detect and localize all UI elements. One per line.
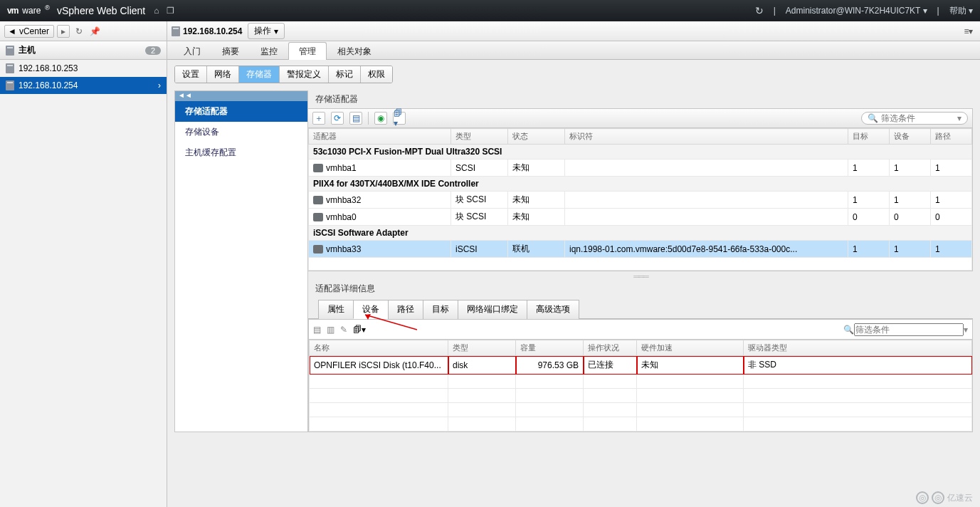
empty-row <box>310 417 972 432</box>
hosts-section-header[interactable]: 主机 2 <box>0 41 167 60</box>
object-bar: 192.168.10.254 操作 ▾ ≡▾ <box>167 21 980 41</box>
details-tab-网络端口绑定[interactable]: 网络端口绑定 <box>458 300 527 319</box>
adapter-icon <box>313 245 323 254</box>
details-tab-路径[interactable]: 路径 <box>388 300 423 319</box>
actions-menu[interactable]: 操作 ▾ <box>248 23 285 39</box>
forward-button[interactable]: ▸ <box>57 25 70 38</box>
copy-icon[interactable]: 🗐▾ <box>353 325 366 335</box>
windows-icon[interactable]: ❐ <box>167 6 174 16</box>
splitter[interactable] <box>308 271 973 278</box>
details-title: 适配器详细信息 <box>308 278 973 299</box>
devices-toolbar: ▤ ▥ ✎ 🗐▾ 🔍▾ <box>308 319 973 339</box>
column-header[interactable]: 类型 <box>448 340 516 356</box>
tab-相关对象[interactable]: 相关对象 <box>327 42 382 60</box>
tab-摘要[interactable]: 摘要 <box>211 42 250 60</box>
pin-icon[interactable]: 📌 <box>88 26 101 37</box>
detach-icon[interactable]: ▥ <box>327 325 334 335</box>
column-header[interactable]: 路径 <box>931 129 972 145</box>
back-button[interactable]: ◄ vCenter <box>4 25 54 38</box>
breadcrumb-bar: ◄ vCenter ▸ ↻ 📌 <box>0 21 167 41</box>
empty-row <box>310 389 972 403</box>
subtab-权限[interactable]: 权限 <box>361 66 392 83</box>
leftnav-item[interactable]: 存储适配器 <box>175 101 307 122</box>
adapter-icon <box>313 213 323 221</box>
host-icon <box>6 80 14 90</box>
rescan-all-icon[interactable]: ◉ <box>374 112 387 125</box>
filter-input[interactable] <box>854 323 964 336</box>
main-pane: 192.168.10.254 操作 ▾ ≡▾ 入门摘要监控管理相关对象 设置网络… <box>167 21 980 507</box>
sub-tabs: 设置网络存储器警报定义标记权限 <box>174 66 393 83</box>
column-header[interactable]: 容量 <box>516 340 584 356</box>
filter-box[interactable]: 🔍▾ <box>861 112 968 125</box>
column-header[interactable]: 操作状况 <box>584 340 637 356</box>
details-tab-目标[interactable]: 目标 <box>423 300 458 319</box>
sidebar-host-item[interactable]: 192.168.10.254› <box>0 77 167 94</box>
adapter-row[interactable]: vmhba0块 SCSI未知000 <box>309 209 972 226</box>
subtab-网络[interactable]: 网络 <box>207 66 239 83</box>
copy-icon[interactable]: 🗐▾ <box>393 112 406 125</box>
empty-row <box>310 375 972 389</box>
details-tab-属性[interactable]: 属性 <box>318 300 354 319</box>
column-header[interactable]: 类型 <box>451 129 508 145</box>
leftnav-item[interactable]: 存储设备 <box>175 122 307 142</box>
brand-logo: vmware® vSphere Web Client <box>7 5 145 16</box>
tab-管理[interactable]: 管理 <box>288 42 327 60</box>
section-title: 存储适配器 <box>308 90 973 108</box>
rename-icon[interactable]: ✎ <box>340 325 347 335</box>
column-header[interactable]: 状态 <box>508 129 565 145</box>
details-tab-设备[interactable]: 设备 <box>353 300 389 319</box>
user-menu[interactable]: Administrator@WIN-7K2H4UIC7KT ▾ <box>786 6 927 16</box>
column-header[interactable]: 目标 <box>848 129 890 145</box>
subtab-警报定义[interactable]: 警报定义 <box>280 66 329 83</box>
filter-input[interactable] <box>881 113 954 123</box>
subtab-标记[interactable]: 标记 <box>329 66 361 83</box>
adapter-group: iSCSI Software Adapter <box>309 226 972 241</box>
empty-row <box>310 403 972 417</box>
column-header[interactable]: 设备 <box>890 129 931 145</box>
tab-入门[interactable]: 入门 <box>173 42 211 60</box>
adapter-row[interactable]: vmhba33iSCSI联机iqn.1998-01.com.vmware:5d0… <box>309 241 972 258</box>
home-icon[interactable]: ⌂ <box>154 6 159 16</box>
top-bar: vmware® vSphere Web Client ⌂ ❐ ↻ | Admin… <box>0 0 980 21</box>
devices-grid[interactable]: 名称类型容量操作状况硬件加速驱动器类型 OPNFILER iSCSI Disk … <box>308 339 973 432</box>
history-icon[interactable]: ↻ <box>73 26 85 37</box>
subtab-存储器[interactable]: 存储器 <box>239 66 280 83</box>
chevron-right-icon: › <box>158 80 161 90</box>
column-header[interactable]: 驱动器类型 <box>744 340 972 356</box>
attach-icon[interactable]: ▤ <box>313 325 321 335</box>
panel-menu-icon[interactable]: ≡▾ <box>961 26 976 36</box>
adapter-row[interactable]: vmhba32块 SCSI未知111 <box>309 192 972 209</box>
subtab-设置[interactable]: 设置 <box>175 66 207 83</box>
host-icon <box>172 26 180 36</box>
navigator-sidebar: ◄ vCenter ▸ ↻ 📌 主机 2 192.168.10.253192.1… <box>0 21 167 507</box>
leftnav-item[interactable]: 主机缓存配置 <box>175 142 307 163</box>
rescan-icon[interactable]: ▤ <box>349 112 362 125</box>
sidebar-host-item[interactable]: 192.168.10.253 <box>0 60 167 77</box>
host-count-badge: 2 <box>145 46 161 55</box>
watermark: ◎◎亿速云 <box>916 491 973 504</box>
refresh-icon[interactable]: ↻ <box>755 5 764 16</box>
details-tab-高级选项[interactable]: 高级选项 <box>527 300 579 319</box>
adapters-grid[interactable]: 适配器类型状态标识符目标设备路径 53c1030 PCI-X Fusion-MP… <box>308 128 973 271</box>
host-icon <box>6 46 14 56</box>
host-label: 192.168.10.253 <box>19 63 78 73</box>
collapse-button[interactable]: ◄◄ <box>175 91 307 101</box>
primary-tabs: 入门摘要监控管理相关对象 <box>167 41 980 60</box>
adapter-group: 53c1030 PCI-X Fusion-MPT Dual Ultra320 S… <box>309 145 972 160</box>
add-icon[interactable]: ＋ <box>312 112 325 125</box>
adapters-toolbar: ＋ ⟳ ▤ ◉ 🗐▾ 🔍▾ <box>308 108 973 128</box>
adapter-icon <box>313 164 323 172</box>
column-header[interactable]: 适配器 <box>309 129 451 145</box>
filter-box[interactable]: 🔍▾ <box>843 323 968 336</box>
column-header[interactable]: 硬件加速 <box>637 340 744 356</box>
tab-监控[interactable]: 监控 <box>250 42 288 60</box>
adapter-row[interactable]: vmhba1SCSI未知111 <box>309 160 972 177</box>
details-tabs: 属性设备路径目标网络端口绑定高级选项 <box>308 299 973 319</box>
adapter-icon <box>313 196 323 204</box>
device-row[interactable]: OPNFILER iSCSI Disk (t10.F40...disk976.5… <box>310 356 972 375</box>
help-menu[interactable]: 帮助 ▾ <box>949 5 973 17</box>
column-header[interactable]: 标识符 <box>565 129 848 145</box>
object-title: 192.168.10.254 <box>172 26 242 36</box>
column-header[interactable]: 名称 <box>310 340 448 356</box>
refresh-icon[interactable]: ⟳ <box>331 112 344 125</box>
